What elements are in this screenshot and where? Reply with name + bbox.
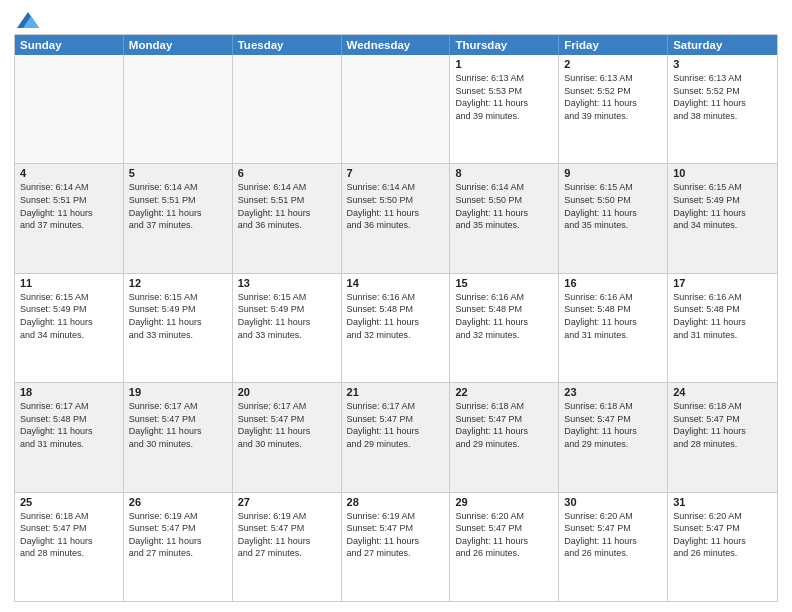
day-number: 18 [20,386,118,398]
day-number: 29 [455,496,553,508]
cell-info: Sunrise: 6:18 AM Sunset: 5:47 PM Dayligh… [564,400,662,450]
calendar-cell: 10Sunrise: 6:15 AM Sunset: 5:49 PM Dayli… [668,164,777,272]
calendar-header-cell: Saturday [668,35,777,55]
calendar-cell: 5Sunrise: 6:14 AM Sunset: 5:51 PM Daylig… [124,164,233,272]
day-number: 15 [455,277,553,289]
calendar-cell [233,55,342,163]
cell-info: Sunrise: 6:19 AM Sunset: 5:47 PM Dayligh… [129,510,227,560]
day-number: 14 [347,277,445,289]
calendar-week-row: 18Sunrise: 6:17 AM Sunset: 5:48 PM Dayli… [15,383,777,492]
calendar-cell: 17Sunrise: 6:16 AM Sunset: 5:48 PM Dayli… [668,274,777,382]
calendar-cell: 26Sunrise: 6:19 AM Sunset: 5:47 PM Dayli… [124,493,233,601]
calendar-header-cell: Sunday [15,35,124,55]
cell-info: Sunrise: 6:15 AM Sunset: 5:49 PM Dayligh… [20,291,118,341]
cell-info: Sunrise: 6:15 AM Sunset: 5:49 PM Dayligh… [673,181,772,231]
cell-info: Sunrise: 6:13 AM Sunset: 5:52 PM Dayligh… [564,72,662,122]
calendar-week-row: 11Sunrise: 6:15 AM Sunset: 5:49 PM Dayli… [15,274,777,383]
calendar-header: SundayMondayTuesdayWednesdayThursdayFrid… [15,35,777,55]
day-number: 9 [564,167,662,179]
cell-info: Sunrise: 6:17 AM Sunset: 5:47 PM Dayligh… [347,400,445,450]
cell-info: Sunrise: 6:17 AM Sunset: 5:47 PM Dayligh… [238,400,336,450]
day-number: 24 [673,386,772,398]
logo-icon [17,12,39,28]
cell-info: Sunrise: 6:17 AM Sunset: 5:47 PM Dayligh… [129,400,227,450]
calendar: SundayMondayTuesdayWednesdayThursdayFrid… [14,34,778,602]
calendar-cell: 13Sunrise: 6:15 AM Sunset: 5:49 PM Dayli… [233,274,342,382]
cell-info: Sunrise: 6:16 AM Sunset: 5:48 PM Dayligh… [673,291,772,341]
calendar-cell: 15Sunrise: 6:16 AM Sunset: 5:48 PM Dayli… [450,274,559,382]
day-number: 26 [129,496,227,508]
day-number: 8 [455,167,553,179]
calendar-cell: 12Sunrise: 6:15 AM Sunset: 5:49 PM Dayli… [124,274,233,382]
calendar-cell: 1Sunrise: 6:13 AM Sunset: 5:53 PM Daylig… [450,55,559,163]
day-number: 31 [673,496,772,508]
cell-info: Sunrise: 6:18 AM Sunset: 5:47 PM Dayligh… [673,400,772,450]
cell-info: Sunrise: 6:14 AM Sunset: 5:51 PM Dayligh… [238,181,336,231]
calendar-cell: 27Sunrise: 6:19 AM Sunset: 5:47 PM Dayli… [233,493,342,601]
cell-info: Sunrise: 6:14 AM Sunset: 5:50 PM Dayligh… [347,181,445,231]
calendar-week-row: 1Sunrise: 6:13 AM Sunset: 5:53 PM Daylig… [15,55,777,164]
day-number: 21 [347,386,445,398]
calendar-header-cell: Wednesday [342,35,451,55]
page: SundayMondayTuesdayWednesdayThursdayFrid… [0,0,792,612]
cell-info: Sunrise: 6:14 AM Sunset: 5:50 PM Dayligh… [455,181,553,231]
calendar-header-cell: Monday [124,35,233,55]
cell-info: Sunrise: 6:15 AM Sunset: 5:50 PM Dayligh… [564,181,662,231]
calendar-cell [15,55,124,163]
calendar-cell: 3Sunrise: 6:13 AM Sunset: 5:52 PM Daylig… [668,55,777,163]
calendar-cell: 22Sunrise: 6:18 AM Sunset: 5:47 PM Dayli… [450,383,559,491]
cell-info: Sunrise: 6:20 AM Sunset: 5:47 PM Dayligh… [564,510,662,560]
calendar-cell: 31Sunrise: 6:20 AM Sunset: 5:47 PM Dayli… [668,493,777,601]
calendar-header-cell: Thursday [450,35,559,55]
day-number: 5 [129,167,227,179]
calendar-cell: 6Sunrise: 6:14 AM Sunset: 5:51 PM Daylig… [233,164,342,272]
day-number: 4 [20,167,118,179]
cell-info: Sunrise: 6:13 AM Sunset: 5:52 PM Dayligh… [673,72,772,122]
cell-info: Sunrise: 6:13 AM Sunset: 5:53 PM Dayligh… [455,72,553,122]
calendar-week-row: 25Sunrise: 6:18 AM Sunset: 5:47 PM Dayli… [15,493,777,601]
calendar-cell: 30Sunrise: 6:20 AM Sunset: 5:47 PM Dayli… [559,493,668,601]
calendar-cell: 16Sunrise: 6:16 AM Sunset: 5:48 PM Dayli… [559,274,668,382]
day-number: 6 [238,167,336,179]
calendar-cell: 2Sunrise: 6:13 AM Sunset: 5:52 PM Daylig… [559,55,668,163]
day-number: 17 [673,277,772,289]
calendar-cell: 19Sunrise: 6:17 AM Sunset: 5:47 PM Dayli… [124,383,233,491]
calendar-week-row: 4Sunrise: 6:14 AM Sunset: 5:51 PM Daylig… [15,164,777,273]
day-number: 28 [347,496,445,508]
cell-info: Sunrise: 6:15 AM Sunset: 5:49 PM Dayligh… [129,291,227,341]
day-number: 2 [564,58,662,70]
cell-info: Sunrise: 6:17 AM Sunset: 5:48 PM Dayligh… [20,400,118,450]
calendar-header-cell: Friday [559,35,668,55]
calendar-cell: 7Sunrise: 6:14 AM Sunset: 5:50 PM Daylig… [342,164,451,272]
calendar-cell [342,55,451,163]
calendar-cell: 8Sunrise: 6:14 AM Sunset: 5:50 PM Daylig… [450,164,559,272]
cell-info: Sunrise: 6:19 AM Sunset: 5:47 PM Dayligh… [347,510,445,560]
day-number: 16 [564,277,662,289]
calendar-cell: 14Sunrise: 6:16 AM Sunset: 5:48 PM Dayli… [342,274,451,382]
calendar-cell [124,55,233,163]
header [14,10,778,28]
calendar-cell: 18Sunrise: 6:17 AM Sunset: 5:48 PM Dayli… [15,383,124,491]
calendar-cell: 9Sunrise: 6:15 AM Sunset: 5:50 PM Daylig… [559,164,668,272]
cell-info: Sunrise: 6:16 AM Sunset: 5:48 PM Dayligh… [455,291,553,341]
cell-info: Sunrise: 6:16 AM Sunset: 5:48 PM Dayligh… [347,291,445,341]
cell-info: Sunrise: 6:15 AM Sunset: 5:49 PM Dayligh… [238,291,336,341]
day-number: 25 [20,496,118,508]
calendar-cell: 23Sunrise: 6:18 AM Sunset: 5:47 PM Dayli… [559,383,668,491]
cell-info: Sunrise: 6:16 AM Sunset: 5:48 PM Dayligh… [564,291,662,341]
cell-info: Sunrise: 6:14 AM Sunset: 5:51 PM Dayligh… [129,181,227,231]
calendar-cell: 21Sunrise: 6:17 AM Sunset: 5:47 PM Dayli… [342,383,451,491]
day-number: 19 [129,386,227,398]
calendar-cell: 20Sunrise: 6:17 AM Sunset: 5:47 PM Dayli… [233,383,342,491]
day-number: 22 [455,386,553,398]
day-number: 3 [673,58,772,70]
calendar-cell: 4Sunrise: 6:14 AM Sunset: 5:51 PM Daylig… [15,164,124,272]
calendar-cell: 28Sunrise: 6:19 AM Sunset: 5:47 PM Dayli… [342,493,451,601]
day-number: 1 [455,58,553,70]
cell-info: Sunrise: 6:18 AM Sunset: 5:47 PM Dayligh… [20,510,118,560]
day-number: 10 [673,167,772,179]
cell-info: Sunrise: 6:20 AM Sunset: 5:47 PM Dayligh… [455,510,553,560]
day-number: 13 [238,277,336,289]
calendar-cell: 25Sunrise: 6:18 AM Sunset: 5:47 PM Dayli… [15,493,124,601]
calendar-cell: 29Sunrise: 6:20 AM Sunset: 5:47 PM Dayli… [450,493,559,601]
